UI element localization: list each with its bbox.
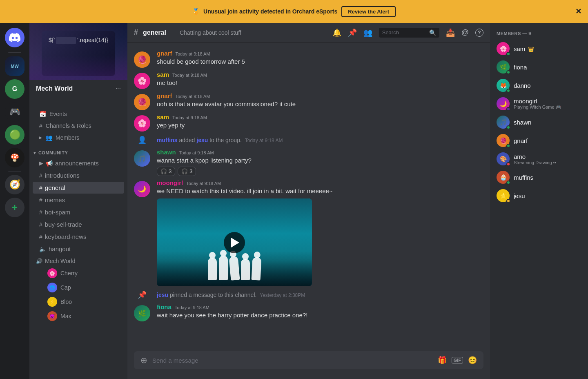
input-placeholder[interactable]: Send a message [152, 357, 433, 364]
muffins-member-info: muffins [514, 174, 581, 181]
member-row-amo[interactable]: 🎨 amo Streaming Drawing •• [493, 150, 585, 168]
channel-memes[interactable]: # memes [33, 194, 124, 206]
channel-header-name: general [143, 29, 166, 36]
members-item[interactable]: ▶ 👥 Members [33, 132, 124, 143]
introductions-hash-icon: # [39, 172, 42, 179]
channel-keyboard-news[interactable]: # keyboard-news [33, 231, 124, 243]
inbox-button[interactable]: 📥 [446, 28, 455, 37]
reaction-1[interactable]: 🎧 3 [157, 167, 175, 176]
moongirl-activity: Playing Witch Game 🎮 [514, 105, 581, 110]
announcements-hash-icon: 📢 [46, 160, 53, 167]
shawn-author[interactable]: shawn [157, 149, 176, 156]
community-category[interactable]: ▼ COMMUNITY [29, 144, 127, 157]
shawn-avatar: 🎵 [134, 150, 150, 167]
server-icon-5[interactable]: 🍄 [5, 148, 24, 167]
channel-bot-spam[interactable]: # bot-spam [33, 206, 124, 218]
sam-status [506, 52, 510, 56]
max-avatar: 😈 [47, 311, 57, 321]
server-more-button[interactable]: ··· [116, 85, 121, 92]
gnarf-status [506, 144, 510, 148]
fiona-author[interactable]: fiona [157, 303, 172, 310]
server-header[interactable]: ${''.repeat(14)} Mech World ··· [29, 23, 127, 108]
voice-member-cap[interactable]: 🌐 Cap [41, 281, 124, 294]
amo-member-name: amo [514, 153, 581, 160]
community-arrow-icon: ▼ [33, 151, 37, 155]
jesu-mention[interactable]: jesu [196, 137, 208, 143]
channels-roles-label: Channels & Roles [46, 123, 91, 129]
channel-general[interactable]: # general [33, 182, 124, 194]
voice-member-bloo[interactable]: ⚡ Bloo [41, 295, 124, 309]
members-toggle-button[interactable]: 👥 [363, 28, 372, 37]
member-row-danno[interactable]: 🦊 danno [493, 76, 585, 94]
pin-button[interactable]: 📌 [348, 28, 357, 37]
review-alert-button[interactable]: Review the Alert [341, 6, 396, 17]
gnarf-author-1[interactable]: gnarf [157, 50, 172, 57]
help-button[interactable]: ? [475, 29, 483, 37]
search-box[interactable]: Search 🔍 [379, 28, 439, 38]
gnarf-author-2[interactable]: gnarf [157, 92, 172, 99]
server-name: Mech World [36, 85, 73, 92]
channel-header: # general Chatting about cool stuff 🔔 📌 … [127, 23, 490, 42]
play-triangle-icon [231, 238, 239, 247]
gif-button[interactable]: GIF [452, 357, 463, 363]
member-row-shawn[interactable]: 🎵 shawn [493, 113, 585, 131]
reaction-2[interactable]: 🎧 3 [178, 167, 196, 176]
member-row-gnarf[interactable]: 🧶 gnarf [493, 132, 585, 149]
sidebar-divider-2 [8, 171, 21, 172]
voice-member-cherry[interactable]: 🌸 Cherry [41, 266, 124, 280]
server-icon-4[interactable]: 🟢 [5, 125, 24, 145]
channel-sidebar: ${''.repeat(14)} Mech World ··· 📅 Events [29, 23, 127, 379]
general-name: general [45, 184, 65, 191]
gnarf-text-1: should be good tomorrow after 5 [157, 58, 483, 66]
events-item[interactable]: 📅 Events [33, 108, 124, 120]
input-add-button[interactable]: ⊕ [140, 356, 147, 364]
cap-avatar: 🌐 [47, 283, 57, 292]
video-embed[interactable] [157, 198, 312, 286]
play-button[interactable] [224, 232, 245, 253]
channel-announcements[interactable]: ▶ 📢 announcements [33, 157, 124, 169]
sidebar-divider [8, 52, 21, 53]
discord-logo[interactable] [5, 28, 24, 47]
events-icon: 📅 [39, 111, 46, 117]
channel-buy-sell-trade[interactable]: # buy-sell-trade [33, 218, 124, 230]
message-input-area: ⊕ Send a message 🎁 GIF 😊 [127, 351, 490, 379]
sam-author-1[interactable]: sam [157, 71, 169, 78]
voice-member-max[interactable]: 😈 Max [41, 309, 124, 323]
emoji-button[interactable]: 😊 [468, 356, 477, 365]
notifications-button[interactable]: 🔔 [332, 28, 341, 37]
muffins-mention[interactable]: muffins [157, 137, 178, 143]
messages-area[interactable]: 🧶 gnarf Today at 9:18 AM should be good … [127, 42, 490, 351]
message-gnarf-2: 🧶 gnarf Today at 9:18 AM ooh is that a n… [127, 91, 490, 111]
fiona-member-avatar: 🌿 [497, 60, 510, 74]
alert-close-button[interactable]: ✕ [575, 7, 581, 16]
bloo-name: Bloo [60, 299, 72, 305]
sam-member-info: sam 👑 [514, 45, 581, 52]
member-row-fiona[interactable]: 🌿 fiona [493, 58, 585, 76]
sam-author-2[interactable]: sam [157, 114, 169, 120]
channels-roles-icon: # [39, 123, 42, 129]
channels-roles-item[interactable]: # Channels & Roles [33, 120, 124, 132]
channel-hangout[interactable]: 🔈 hangout [33, 243, 124, 255]
add-server-button[interactable]: + [5, 198, 24, 217]
member-row-moongirl[interactable]: 🌙 moongirl Playing Witch Game 🎮 [493, 95, 585, 113]
channel-introductions[interactable]: # introductions [33, 169, 124, 181]
at-button[interactable]: @ [461, 28, 469, 37]
moongirl-status [506, 107, 510, 111]
keyboard-news-hash-icon: # [39, 234, 42, 240]
member-row-sam[interactable]: 🌸 sam 👑 [493, 40, 585, 58]
member-row-jesu[interactable]: 🌟 jesu [493, 187, 585, 205]
main-content: # general Chatting about cool stuff 🔔 📌 … [127, 23, 490, 379]
mechworld-voice-category[interactable]: 🔊 Mech World [29, 255, 127, 266]
server-icon-2[interactable]: G [5, 79, 24, 99]
gift-button[interactable]: 🎁 [438, 356, 447, 365]
server-icon-3[interactable]: 🎮 [5, 102, 24, 122]
moongirl-author[interactable]: moongirl [157, 179, 183, 186]
gnarf-message-content-1: gnarf Today at 9:18 AM should be good to… [157, 50, 483, 66]
server-icon-mechworld[interactable]: MW [5, 56, 24, 76]
explore-public-servers[interactable]: 🧭 [5, 175, 24, 194]
jesu-pin-mention[interactable]: jesu [157, 292, 168, 298]
member-row-muffins[interactable]: 🧁 muffins [493, 168, 585, 186]
search-icon: 🔍 [429, 29, 436, 36]
shawn-time: Today at 9:18 AM [179, 150, 214, 155]
message-input-box[interactable]: ⊕ Send a message 🎁 GIF 😊 [134, 351, 483, 369]
